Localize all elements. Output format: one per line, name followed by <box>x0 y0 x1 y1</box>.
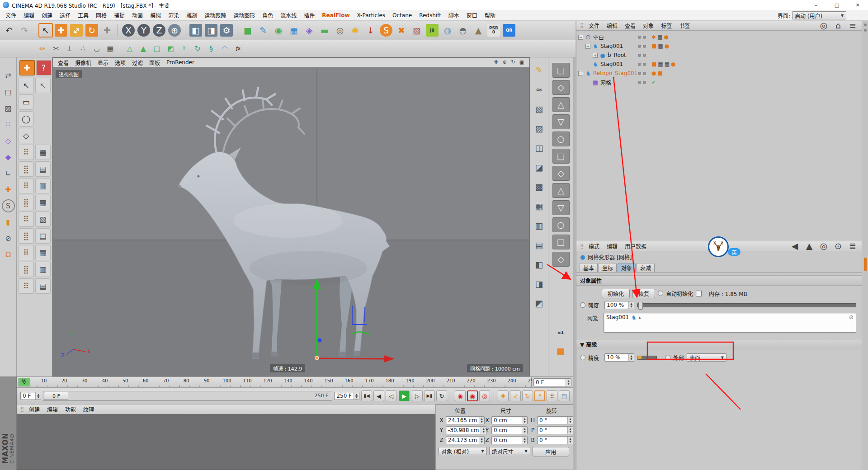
main-menu-21[interactable]: 窗口 <box>463 10 481 20</box>
checker-tag-icon[interactable]: ▦ <box>658 61 663 67</box>
main-menu-16[interactable]: RealFlow <box>318 11 353 20</box>
om-menu-1[interactable]: 编辑 <box>603 20 621 31</box>
undo-icon[interactable]: ↶ <box>2 23 16 38</box>
main-menu-14[interactable]: 流水线 <box>277 10 300 20</box>
om-menu-3[interactable]: 对象 <box>639 20 657 31</box>
visibility-dots[interactable] <box>638 81 646 84</box>
deformer-dock-tile[interactable]: □ <box>552 149 570 164</box>
prev-frame-button[interactable]: ◁ <box>386 390 396 401</box>
palette-tile[interactable]: ⣿ <box>19 262 34 277</box>
side-dot-icon[interactable] <box>864 29 867 32</box>
expand-toggle[interactable]: − <box>578 35 583 40</box>
main-menu-8[interactable]: 模拟 <box>146 10 165 20</box>
coord-field-尺寸-Z[interactable]: 0 cm▲▼ <box>491 436 528 444</box>
lock-icon[interactable]: ⊘ <box>2 232 15 245</box>
text-tool-icon[interactable]: T <box>178 42 190 55</box>
am-tab-2[interactable]: 对象 <box>618 263 636 272</box>
arc-tool-icon[interactable]: ◡ <box>90 42 103 55</box>
am-up-icon[interactable]: ▲ <box>802 239 816 254</box>
viewport-menu-5[interactable]: 面板 <box>146 58 163 67</box>
am-tab-0[interactable]: 基本 <box>580 263 598 272</box>
range-end-field[interactable]: 250 F ▲▼ <box>334 392 359 400</box>
side-dot-icon[interactable] <box>864 24 867 26</box>
strength-field[interactable]: 100 % ▲▼ <box>604 301 634 309</box>
palette-tile[interactable]: ⠿ <box>19 145 34 160</box>
palette-tile[interactable]: ▥ <box>35 178 51 193</box>
om-menu-5[interactable]: 书签 <box>675 20 693 31</box>
viewport-menu-0[interactable]: 查看 <box>55 58 72 67</box>
palette-tile[interactable]: ▤ <box>35 161 51 177</box>
coord-field-尺寸-Y[interactable]: 0 cm▲▼ <box>491 426 528 434</box>
minimize-button[interactable]: – <box>806 0 826 10</box>
strength-radio[interactable] <box>580 302 585 308</box>
render-picture-viewer-icon[interactable]: ◨ <box>205 24 217 37</box>
close-button[interactable]: ✕ <box>847 0 868 10</box>
dock-tile[interactable]: ▩ <box>532 179 547 194</box>
knife-icon[interactable]: ✂ <box>50 42 62 55</box>
dot-tag-icon[interactable]: ● <box>664 34 668 40</box>
am-menu-2[interactable]: 用户数据 <box>621 241 650 251</box>
deformer-dock-tile[interactable]: ○ <box>552 132 570 146</box>
deformer-dock-tile[interactable]: ○ <box>552 217 570 232</box>
range-start-field[interactable]: 0 F ▲▼ <box>20 392 41 400</box>
visibility-dots[interactable] <box>638 36 646 39</box>
visibility-dots[interactable] <box>638 54 646 57</box>
main-menu-17[interactable]: X-Particles <box>353 11 389 20</box>
view-label[interactable]: 透视视图 <box>56 70 82 78</box>
render-settings-icon[interactable]: ⚙ <box>220 24 233 37</box>
point-mode-icon[interactable]: ∷ <box>2 118 15 131</box>
dock-tile[interactable]: ▤ <box>532 238 547 252</box>
ime-language-badge[interactable]: 英 <box>728 248 741 256</box>
rotate-tool-icon[interactable]: ↻ <box>85 24 98 37</box>
om-menu-2[interactable]: 查看 <box>621 20 639 31</box>
ime-indicator[interactable]: 英 <box>708 236 758 261</box>
bevel-icon[interactable]: ◩ <box>164 42 177 55</box>
exterior-radio[interactable] <box>665 355 670 360</box>
palette-tile[interactable]: ▥ <box>35 262 51 277</box>
main-menu-1[interactable]: 编辑 <box>20 10 38 20</box>
jack-icon[interactable]: ✖ <box>394 23 409 38</box>
checker-tag-icon[interactable]: ▦ <box>665 61 670 67</box>
model-mode-icon[interactable]: □ <box>2 85 15 99</box>
am-target-icon[interactable]: ◎ <box>816 239 831 254</box>
timeline-ruler[interactable]: 0 01020304050607080901001101201301401501… <box>17 376 532 388</box>
texture-mode-icon[interactable]: ▨ <box>2 102 15 115</box>
gizmo-origin[interactable] <box>315 356 319 360</box>
expand-toggle[interactable]: + <box>593 53 598 58</box>
y-axis-lock-icon[interactable]: Y <box>137 24 150 37</box>
drag-grip-icon[interactable]: ⣿ <box>580 243 583 249</box>
am-menu-icon[interactable]: ≣ <box>845 239 860 254</box>
qr-icon[interactable]: QR <box>503 24 515 37</box>
coordinate-system-icon[interactable]: ⊕ <box>168 24 181 37</box>
checker-tag-icon[interactable]: ▦ <box>657 34 662 40</box>
object-name[interactable]: Retopo_Stag001 <box>593 70 637 76</box>
deformer-dock-tile[interactable]: □ <box>552 235 570 249</box>
palette-tile[interactable]: ▦ <box>35 245 51 260</box>
edge-cut-icon[interactable]: ⊥ <box>63 42 76 55</box>
next-frame-button[interactable]: ▷ <box>412 390 423 401</box>
object-row-空白[interactable]: −∅空白✱▦● <box>576 33 862 42</box>
main-menu-2[interactable]: 创建 <box>38 10 56 20</box>
primitive-cube-icon[interactable]: ■ <box>241 23 255 38</box>
main-menu-4[interactable]: 工具 <box>74 10 92 20</box>
camera-icon[interactable]: ◎ <box>333 23 347 38</box>
main-menu-19[interactable]: Redshift <box>415 11 445 20</box>
play-button[interactable]: ▶ <box>399 390 410 401</box>
pan-view-icon[interactable]: ✚ <box>492 58 500 66</box>
timeline-current-field[interactable]: 0 F ▲▼ <box>533 378 571 386</box>
mat-menu-1[interactable]: 编辑 <box>43 404 61 414</box>
dock-tile[interactable]: ▥ <box>532 218 547 233</box>
om-menu-icon[interactable]: ≡ <box>845 19 860 33</box>
selection-arrow[interactable]: ↖ <box>19 78 34 93</box>
deformer-dock-tile[interactable]: ◇ <box>552 252 570 267</box>
dot-tag-icon[interactable]: ● <box>665 43 669 49</box>
object-name[interactable]: 网格 <box>600 79 611 86</box>
smoothing-icon[interactable]: ◠ <box>218 42 231 55</box>
main-menu-6[interactable]: 捕捉 <box>110 10 128 20</box>
viewport[interactable]: Y X Z 查看摄像机显示选项过滤面板ProRender ✚⊕↻▣ 透视视图 帧… <box>52 57 530 376</box>
floor-icon[interactable]: ▬ <box>317 23 332 38</box>
mat-menu-3[interactable]: 纹理 <box>80 404 98 414</box>
light-icon[interactable]: ✺ <box>348 23 363 38</box>
live-selection-icon[interactable]: ↖ <box>38 23 53 38</box>
viewport-menu-2[interactable]: 显示 <box>94 58 112 67</box>
